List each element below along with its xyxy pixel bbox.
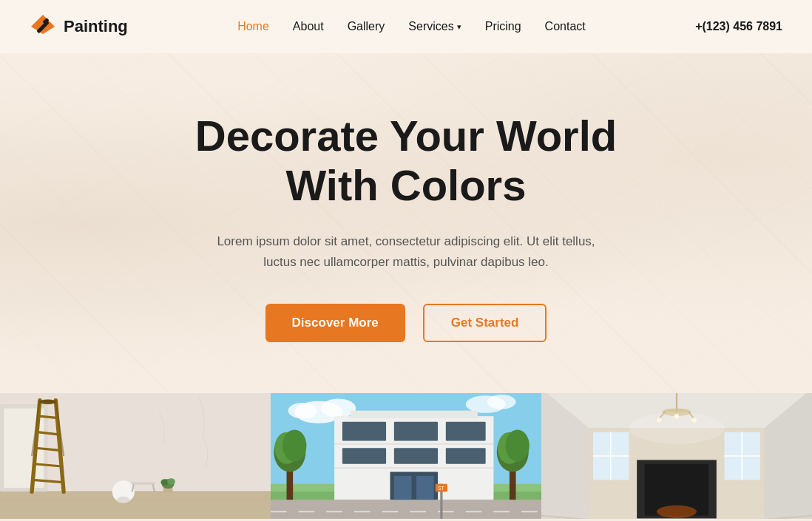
gallery-image-1 — [0, 393, 271, 519]
nav-link-gallery[interactable]: Gallery — [348, 20, 385, 33]
svg-point-28 — [167, 478, 175, 485]
svg-rect-45 — [342, 448, 386, 464]
logo-link[interactable]: Painting — [30, 13, 128, 40]
svg-rect-44 — [446, 422, 486, 441]
svg-point-32 — [288, 403, 317, 419]
navbar: Painting Home About Gallery Services ▾ P… — [0, 0, 812, 53]
svg-rect-37 — [271, 500, 541, 519]
svg-line-12 — [39, 416, 57, 418]
svg-rect-22 — [132, 483, 155, 485]
hero-buttons: Discover More Get Started — [265, 304, 547, 342]
svg-point-34 — [487, 395, 516, 409]
nav-item-about[interactable]: About — [293, 20, 324, 33]
gallery-image-2: ST — [271, 393, 541, 519]
phone-number: +(123) 456 7891 — [695, 20, 782, 33]
nav-link-pricing[interactable]: Pricing — [485, 20, 521, 33]
svg-point-74 — [657, 505, 697, 518]
svg-point-55 — [282, 429, 306, 461]
svg-rect-51 — [351, 411, 478, 419]
svg-rect-43 — [394, 422, 438, 441]
nav-link-contact[interactable]: Contact — [545, 20, 586, 33]
logo-icon — [30, 13, 56, 40]
hero-section: Decorate Your World With Colors Lorem ip… — [0, 53, 812, 393]
nav-item-contact[interactable]: Contact — [545, 20, 586, 33]
svg-rect-46 — [394, 448, 438, 464]
svg-rect-42 — [342, 422, 386, 441]
hero-title-line1: Decorate Your World — [195, 112, 617, 160]
gallery-strip: ST — [0, 393, 812, 519]
hero-subtitle: Lorem ipsum dolor sit amet, consectetur … — [199, 231, 613, 273]
nav-link-about[interactable]: About — [293, 20, 324, 33]
svg-rect-5 — [0, 491, 271, 519]
gallery-image-3 — [541, 393, 812, 519]
get-started-button[interactable]: Get Started — [423, 304, 547, 342]
svg-point-59 — [506, 429, 530, 461]
hero-texture — [0, 53, 812, 393]
nav-links: Home About Gallery Services ▾ Pricing Co… — [237, 20, 586, 33]
nav-link-services[interactable]: Services — [408, 20, 453, 33]
gallery-item-2: ST — [271, 393, 541, 519]
logo-text: Painting — [64, 17, 128, 36]
svg-point-21 — [117, 497, 129, 503]
svg-point-17 — [39, 400, 57, 404]
nav-link-home[interactable]: Home — [237, 20, 269, 33]
svg-rect-49 — [394, 476, 412, 500]
svg-rect-47 — [446, 448, 486, 464]
nav-item-gallery[interactable]: Gallery — [348, 20, 385, 33]
gallery-item-1 — [0, 393, 271, 519]
hero-title-line2: With Colors — [286, 161, 527, 209]
chevron-down-icon: ▾ — [457, 22, 461, 32]
svg-rect-50 — [416, 476, 434, 500]
svg-text:ST: ST — [438, 486, 444, 491]
gallery-item-3 — [541, 393, 812, 519]
nav-item-services[interactable]: Services ▾ — [408, 20, 461, 33]
hero-title: Decorate Your World With Colors — [195, 112, 617, 210]
nav-item-pricing[interactable]: Pricing — [485, 20, 521, 33]
discover-more-button[interactable]: Discover More — [265, 304, 405, 342]
svg-point-88 — [629, 412, 724, 444]
nav-item-home[interactable]: Home — [237, 20, 269, 33]
